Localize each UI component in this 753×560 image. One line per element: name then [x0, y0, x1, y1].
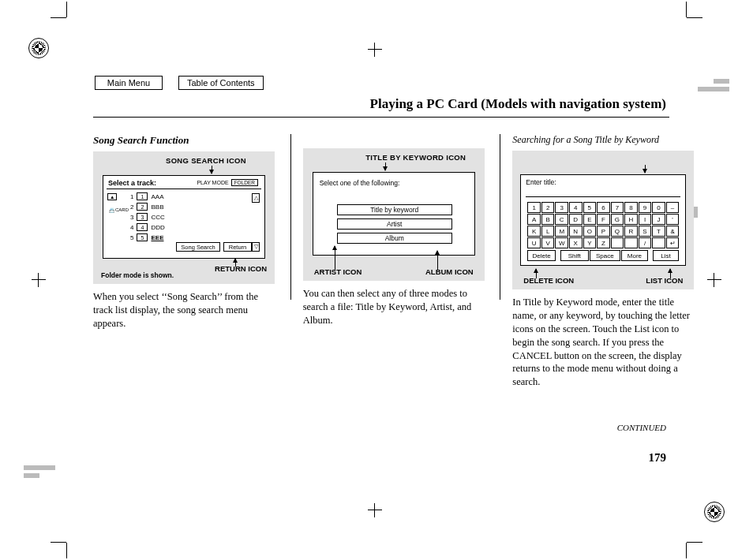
track-row[interactable]: 55EEE [130, 233, 225, 242]
track-row[interactable]: 11AAA [130, 192, 225, 201]
screen-title: Enter title: [526, 178, 556, 186]
footnote-folder-mode: Folder mode is shown. [101, 271, 174, 279]
key[interactable]: 5 [583, 202, 597, 213]
scroll-up-icon[interactable]: △ [252, 193, 260, 203]
more-button[interactable]: More [621, 250, 648, 261]
option-artist[interactable]: Artist [337, 218, 452, 230]
song-search-button[interactable]: Song Search [176, 242, 220, 252]
key[interactable]: 2 [541, 202, 555, 213]
shift-button[interactable]: Shift [560, 250, 589, 261]
space-button[interactable]: Space [590, 250, 621, 261]
screen-title: Select a track: [108, 179, 156, 187]
key[interactable]: 4 [569, 202, 583, 213]
label-artist-icon: ARTIST ICON [314, 267, 362, 276]
title-input[interactable] [526, 188, 680, 197]
arrow-icon [645, 165, 646, 173]
key[interactable]: – [666, 202, 680, 213]
key[interactable]: W [555, 237, 568, 248]
continued-label: CONTINUED [617, 423, 666, 432]
key[interactable]: U [527, 237, 541, 248]
page-number: 179 [649, 451, 667, 465]
col1-panel: SONG SEARCH ICON Select a track: PLAY MO… [93, 151, 275, 284]
key[interactable]: 0 [652, 202, 665, 213]
col2-body: You can then select any of three modes t… [303, 287, 489, 327]
key[interactable]: I [639, 214, 652, 225]
track-row[interactable]: 44DDD [130, 222, 225, 232]
key[interactable]: D [569, 214, 583, 225]
col3-screen: Enter title: 1234567890– ABCDEFGHIJ' KLM… [520, 174, 686, 266]
col3-panel: MORE ICON Enter title: 1234567890– ABCDE… [512, 151, 694, 289]
title-rule [93, 117, 669, 118]
play-mode-chip[interactable]: FOLDER [231, 179, 258, 186]
key[interactable]: Q [611, 226, 624, 237]
track-row[interactable]: 33CCC [130, 212, 225, 222]
key[interactable]: O [583, 226, 597, 237]
key[interactable]: 1 [527, 202, 541, 213]
key[interactable]: N [569, 226, 583, 237]
col1-screen: Select a track: PLAY MODE FOLDER ▲ 📇 CAR… [103, 175, 265, 259]
key[interactable]: E [583, 214, 597, 225]
page-title: Playing a PC Card (Models with navigatio… [370, 96, 666, 112]
key[interactable]: F [597, 214, 610, 225]
key[interactable]: V [541, 237, 555, 248]
key[interactable]: J [652, 214, 665, 225]
key[interactable]: 3 [555, 202, 568, 213]
option-album[interactable]: Album [337, 233, 452, 244]
key[interactable]: ' [666, 214, 680, 225]
key[interactable]: 8 [624, 202, 638, 213]
key[interactable]: G [611, 214, 624, 225]
delete-button[interactable]: Delete [527, 250, 556, 261]
key[interactable]: B [541, 214, 555, 225]
key[interactable] [624, 237, 638, 248]
key[interactable]: A [527, 214, 541, 225]
col1-heading: Song Search Function [93, 134, 279, 147]
column-separator [290, 134, 291, 300]
track-row[interactable]: 22BBB [130, 202, 225, 211]
key[interactable]: Z [597, 237, 610, 248]
key[interactable]: 7 [611, 202, 624, 213]
label-return-icon: RETURN ICON [215, 264, 267, 273]
column-separator [500, 134, 500, 300]
main-menu-button[interactable]: Main Menu [95, 76, 163, 90]
key[interactable]: K [527, 226, 541, 237]
col3-heading: Searching for a Song Title by Keyword [512, 134, 698, 146]
key[interactable]: X [569, 237, 583, 248]
col1-body: When you select ‘‘Song Search’’ from the… [93, 290, 279, 330]
key[interactable]: 9 [639, 202, 652, 213]
card-label: CARD [107, 207, 130, 212]
key[interactable]: Y [583, 237, 597, 248]
enter-key-icon[interactable]: ↵ [666, 237, 680, 248]
return-button[interactable]: Return [223, 242, 252, 252]
label-song-search-icon: SONG SEARCH ICON [93, 156, 275, 165]
keyboard: 1234567890– ABCDEFGHIJ' KLMNOPQRST& UVWX… [527, 202, 679, 262]
toc-button[interactable]: Table of Contents [178, 76, 264, 90]
label-delete-icon: DELETE ICON [523, 276, 574, 285]
scroll-down-icon[interactable]: ▽ [252, 242, 260, 252]
key[interactable] [611, 237, 624, 248]
key[interactable]: M [555, 226, 568, 237]
arrow-icon [385, 162, 386, 170]
list-button[interactable]: List [653, 250, 680, 261]
key[interactable]: 6 [597, 202, 610, 213]
key[interactable]: L [541, 226, 555, 237]
key[interactable]: C [555, 214, 568, 225]
key[interactable] [652, 237, 665, 248]
label-album-icon: ALBUM ICON [425, 267, 474, 276]
play-mode-label: PLAY MODE [197, 180, 228, 185]
screen-title: Select one of the following: [320, 179, 400, 187]
key[interactable]: T [652, 226, 665, 237]
option-title-keyword[interactable]: Title by keyword [337, 204, 452, 215]
up-badge[interactable]: ▲ [107, 193, 117, 200]
label-title-keyword-icon: TITLE BY KEYWORD ICON [303, 153, 485, 162]
key[interactable]: / [639, 237, 652, 248]
arrow-icon [212, 166, 212, 174]
col3-body: In Title by Keyword mode, enter the titl… [512, 296, 698, 389]
key[interactable]: H [624, 214, 638, 225]
label-list-icon: LIST ICON [646, 276, 683, 285]
arrow-icon [335, 246, 335, 270]
key[interactable]: P [597, 226, 610, 237]
key[interactable]: R [624, 226, 638, 237]
key[interactable]: & [666, 226, 680, 237]
col2-screen: Select one of the following: Title by ke… [313, 172, 475, 256]
key[interactable]: S [639, 226, 652, 237]
